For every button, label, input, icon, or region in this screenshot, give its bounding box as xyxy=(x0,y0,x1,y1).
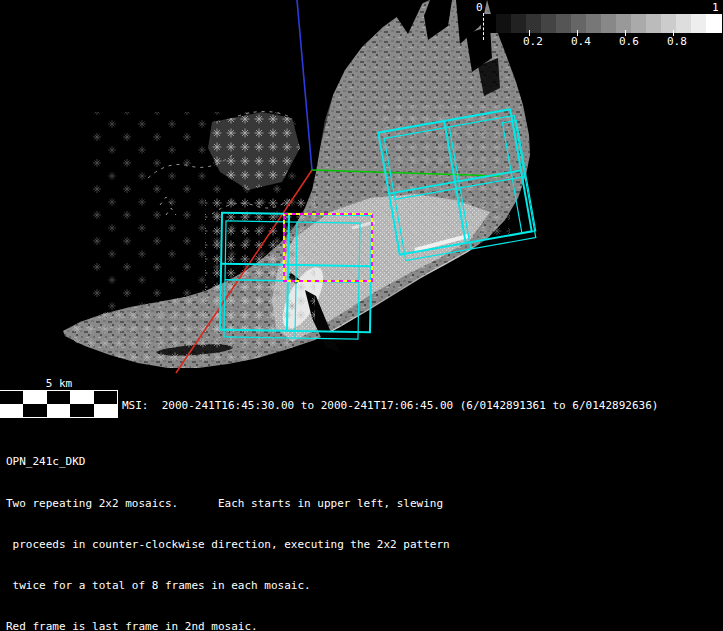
checker-cell xyxy=(70,404,93,417)
checker-cell xyxy=(47,404,70,417)
sequence-caption: OPN_241c_DKD Two repeating 2x2 mosaics. … xyxy=(6,428,450,631)
scale-bar-checker xyxy=(0,390,118,418)
colorbar-tick-label: 0.2 xyxy=(523,35,543,48)
checker-cell xyxy=(94,391,117,404)
asteroid-3d-viewport[interactable] xyxy=(0,0,723,400)
colorbar-max-label: 1 xyxy=(712,1,719,14)
checker-cell xyxy=(94,404,117,417)
sequence-id: OPN_241c_DKD xyxy=(6,455,450,469)
colorbar-min-label: 0 xyxy=(476,1,483,14)
checker-cell xyxy=(23,404,46,417)
vertex-markers-right xyxy=(375,105,510,235)
observation-time-range: MSI: 2000-241T16:45:30.00 to 2000-241T17… xyxy=(122,399,658,412)
colorbar-zero-tick xyxy=(483,13,484,40)
colorbar-tick-label: 0.8 xyxy=(667,35,687,48)
colorbar-one-tick xyxy=(721,14,722,33)
caption-line: Red frame is last frame in 2nd mosaic. xyxy=(6,620,450,631)
checker-cell xyxy=(0,391,23,404)
caption-line: proceeds in counter-clockwise direction,… xyxy=(6,538,450,552)
asteroid-body xyxy=(63,0,530,368)
colorbar-tick-label: 0.6 xyxy=(619,35,639,48)
checker-cell xyxy=(23,391,46,404)
scale-bar-label: 5 km xyxy=(0,377,118,390)
checker-cell xyxy=(47,391,70,404)
visualization-window: 0 1 0.2 0.4 0.6 0.8 5 km MSI: 2000-241T1… xyxy=(0,0,723,631)
colorbar-gradient xyxy=(481,14,721,33)
caption-line: twice for a total of 8 frames in each mo… xyxy=(6,579,450,593)
caption-line: Two repeating 2x2 mosaics. Each starts i… xyxy=(6,497,450,511)
checker-cell xyxy=(70,391,93,404)
colorbar-tick-label: 0.4 xyxy=(571,35,591,48)
checker-cell xyxy=(0,404,23,417)
